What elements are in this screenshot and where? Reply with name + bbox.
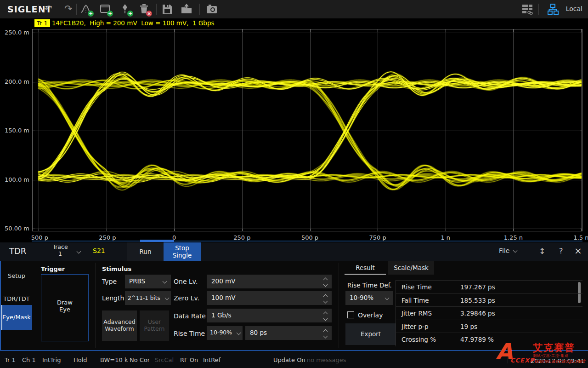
screenshot-icon[interactable] [206,3,218,15]
app-title: TDR [9,246,26,256]
y-tick-label: 200.0 m [1,78,29,86]
plus-badge-icon: + [88,11,94,17]
spin-down-icon[interactable] [324,283,328,287]
trace-selector-number: 1 [46,250,74,257]
result-rise-def-dropdown[interactable]: 10-90% [345,291,393,305]
rise-time-input[interactable]: 80 ps [245,326,332,340]
status-separator [508,356,508,363]
x-axis-scrollbar[interactable] [32,241,582,242]
result-row-label: Jitter p-p [401,323,428,330]
add-window-icon[interactable]: + [99,3,111,15]
layout-icon[interactable] [522,4,534,16]
advanced-waveform-line2: Waveform [102,325,137,332]
file-menu-label: File [499,247,509,254]
status-item-tr-1[interactable]: Tr 1 [5,356,16,363]
type-dropdown[interactable]: PRBS [125,275,171,288]
delete-icon[interactable]: × [138,3,150,15]
x-axis-scrollbar-thumb[interactable] [140,240,174,242]
trace-info-text: 14FC1B20, High = 200 mV Low = 100 mV, 1 … [52,19,215,27]
status-bar: no messages 2020-12-03 09:41 Tr 1Ch 1Int… [0,350,588,368]
tdr-menubar: TDR Trace 1 S21 Run Stop Single File ↕ ?… [0,242,588,261]
data-rate-input[interactable]: 1 Gb/s [207,309,332,322]
spin-down-icon[interactable] [324,299,328,303]
y-tick-label: 100.0 m [1,176,29,184]
overlay-checkbox[interactable] [347,311,354,318]
data-rate-label: Data Rate [174,312,206,320]
length-dropdown[interactable]: 2^11-1 bits [125,291,171,305]
sidebar-item-eye-mask[interactable]: Eye/Mask [1,305,32,330]
spin-up-icon[interactable] [324,328,328,332]
draw-eye-line2: Eye [41,306,88,313]
one-level-label: One Lv. [174,278,198,285]
lan-icon[interactable] [548,4,560,16]
spin-up-icon[interactable] [324,293,328,297]
top-toolbar: SIGLENT ↶ ↷ + + + × [0,0,588,18]
toolbar-separator [538,4,539,15]
status-item-inttrig[interactable]: IntTrig [42,356,61,363]
result-row-value: 197.267 ps [460,283,495,291]
toolbar-separator [156,4,157,15]
sidebar-item-setup[interactable]: Setup [1,267,32,285]
panel-divider [339,263,339,348]
run-button[interactable]: Run [127,242,164,261]
spin-up-icon[interactable] [324,310,328,314]
file-menu[interactable]: File [499,247,517,254]
toolbar-separator [199,4,200,15]
trace-badge[interactable]: Tr 1 [34,19,50,27]
status-item-update-on[interactable]: Update On [273,356,305,363]
trigger-section-title: Trigger [41,265,65,272]
tab-scale-mask[interactable]: Scale/Mask [388,261,434,275]
app-window: SIGLENT ↶ ↷ + + + × [0,0,588,368]
zero-level-value: 100 mV [211,294,235,301]
add-trace-icon[interactable]: + [80,3,92,15]
result-rise-def-value: 10-90% [350,294,373,301]
result-row-jitter-p-p: Jitter p-p19 ps [396,320,582,333]
plus-badge-icon: + [107,11,113,17]
eye-diagram-canvas[interactable] [33,29,582,231]
status-item-bw-10-k[interactable]: BW=10 k [100,356,128,363]
redo-icon[interactable]: ↷ [64,2,73,16]
sparameter-label[interactable]: S21 [93,247,105,254]
rise-time-def-label: Rise Time Def. [347,282,392,289]
zero-level-input[interactable]: 100 mV [207,291,332,305]
advanced-waveform-button[interactable]: Adavanced Waveform [102,310,137,341]
stop-single-line1: Stop [164,244,201,252]
local-status[interactable]: Local [566,5,582,12]
spin-down-icon[interactable] [324,317,328,321]
help-icon[interactable]: ? [559,247,563,255]
spin-down-icon[interactable] [324,334,328,338]
result-row-label: Crossing % [401,336,436,343]
chevron-down-icon [513,248,518,253]
result-row-label: Rise Time [401,283,432,291]
eye-diagram-plot[interactable] [32,29,582,231]
collapse-panel-icon[interactable]: ↕ [539,247,545,256]
rise-time-def-dropdown[interactable]: 10-90% [207,326,243,340]
advanced-waveform-line1: Adavanced [102,318,137,325]
status-item-rf-on[interactable]: RF On [180,356,198,363]
user-pattern-line2: Pattern [140,325,169,332]
result-row-value: 185.533 ps [460,297,495,304]
undo-icon[interactable]: ↶ [44,2,52,16]
status-item-hold[interactable]: Hold [74,356,87,363]
status-item-no-cor[interactable]: No Cor [130,356,150,363]
recall-icon[interactable] [181,3,192,15]
user-pattern-line1: User [140,318,169,325]
y-tick-label: 50.00 m [1,225,29,232]
stop-single-button[interactable]: Stop Single [164,242,201,261]
chevron-down-icon [165,296,170,300]
trace-selector[interactable]: Trace 1 [46,243,74,260]
one-level-input[interactable]: 200 mV [207,275,332,288]
result-row-value: 3.29846 ps [460,310,495,317]
result-row-value: 47.9789 % [460,336,494,343]
add-marker-icon[interactable]: + [119,3,131,15]
spin-up-icon[interactable] [324,276,328,280]
export-button[interactable]: Export [345,323,396,345]
user-pattern-button[interactable]: User Pattern [140,310,169,341]
draw-eye-button[interactable]: Draw Eye [41,274,89,341]
close-icon[interactable]: × [574,245,582,256]
trace-info-bar: Tr 1 14FC1B20, High = 200 mV Low = 100 m… [0,18,588,29]
status-item-ch-1[interactable]: Ch 1 [22,356,36,363]
save-icon[interactable] [161,3,173,15]
tab-result[interactable]: Result [345,261,386,275]
status-item-intref[interactable]: IntRef [203,356,220,363]
